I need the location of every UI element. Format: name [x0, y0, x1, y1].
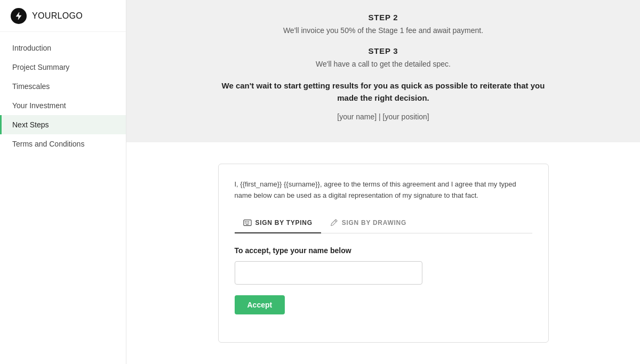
sign-tabs: SIGN BY TYPING SIGN BY DRAWING	[235, 213, 532, 233]
pen-icon	[330, 219, 338, 227]
sidebar-item-timescales[interactable]: Timescales	[0, 77, 126, 96]
step3-heading: STEP 3	[148, 46, 619, 55]
svg-rect-6	[248, 223, 249, 223]
step3-desc: We'll have a call to get the detailed sp…	[148, 60, 619, 68]
svg-rect-3	[248, 221, 249, 222]
sidebar: YOURLOGO Introduction Project Summary Ti…	[0, 0, 126, 364]
svg-rect-5	[246, 223, 247, 223]
accept-button[interactable]: Accept	[235, 295, 285, 314]
svg-rect-4	[245, 223, 246, 223]
tab-sign-by-drawing[interactable]: SIGN BY DRAWING	[321, 213, 415, 233]
name-input[interactable]	[235, 261, 422, 285]
type-label: To accept, type your name below	[235, 246, 532, 255]
agreement-text: I, {{first_name}} {{surname}}, agree to …	[235, 179, 532, 201]
sidebar-item-introduction[interactable]: Introduction	[0, 38, 126, 58]
step2-heading: STEP 2	[148, 13, 619, 22]
nav: Introduction Project Summary Timescales …	[0, 32, 126, 364]
lightning-icon	[14, 12, 23, 20]
signature-card: I, {{first_name}} {{surname}}, agree to …	[218, 164, 549, 343]
keyboard-icon	[243, 219, 252, 227]
svg-rect-0	[243, 220, 251, 225]
sidebar-item-terms-and-conditions[interactable]: Terms and Conditions	[0, 134, 126, 153]
upper-section: STEP 2 We'll invoice you 50% of the Stag…	[126, 0, 640, 142]
logo-text: YOURLOGO	[32, 11, 83, 21]
logo-area: YOURLOGO	[0, 0, 126, 32]
tab-sign-by-typing[interactable]: SIGN BY TYPING	[235, 213, 321, 233]
lower-section: I, {{first_name}} {{surname}}, agree to …	[126, 142, 640, 364]
sidebar-item-your-investment[interactable]: Your Investment	[0, 96, 126, 115]
svg-rect-2	[246, 221, 247, 222]
svg-rect-7	[245, 224, 248, 224]
logo-bold: YOUR	[32, 11, 58, 20]
tab-drawing-label: SIGN BY DRAWING	[342, 219, 406, 227]
step2-desc: We'll invoice you 50% of the Stage 1 fee…	[148, 26, 619, 35]
logo-icon	[11, 8, 27, 24]
logo-normal: LOGO	[58, 11, 83, 20]
closing-message: We can't wait to start getting results f…	[213, 80, 554, 104]
svg-rect-1	[245, 221, 246, 222]
main-content: STEP 2 We'll invoice you 50% of the Stag…	[126, 0, 640, 364]
name-position-placeholder: [your name] | [your position]	[148, 112, 619, 121]
sidebar-item-next-steps[interactable]: Next Steps	[0, 115, 126, 134]
tab-typing-label: SIGN BY TYPING	[255, 219, 313, 227]
sidebar-item-project-summary[interactable]: Project Summary	[0, 58, 126, 77]
